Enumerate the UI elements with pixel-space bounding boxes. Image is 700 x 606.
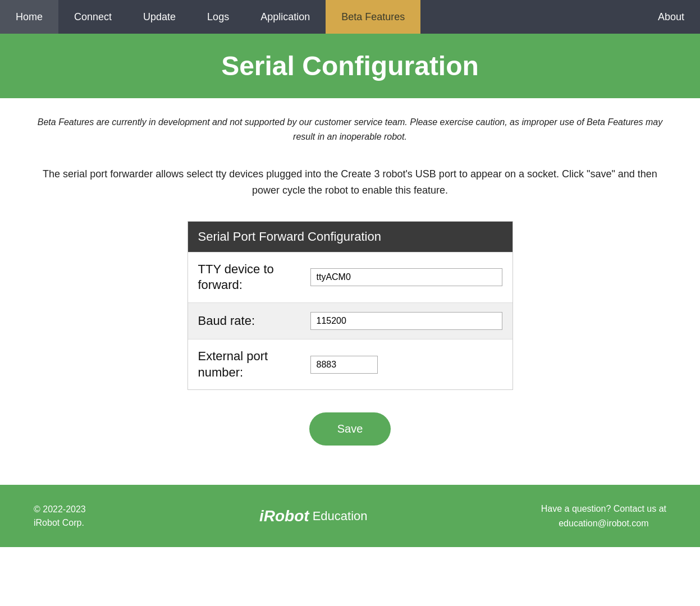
beta-warning-text: Beta Features are currently in developme… [36,115,665,144]
nav-connect[interactable]: Connect [58,0,127,34]
config-label-baud: Baud rate: [198,313,310,329]
config-label-port: External port number: [198,348,310,380]
config-table: Serial Port Forward Configuration TTY de… [187,221,513,390]
main-content: Beta Features are currently in developme… [13,98,687,485]
config-row-port: External port number: [188,339,513,389]
tty-device-input[interactable] [310,268,502,286]
nav-about[interactable]: About [642,0,700,34]
nav-beta-features[interactable]: Beta Features [326,0,420,34]
config-row-baud: Baud rate: [188,302,513,339]
navbar: Home Connect Update Logs Application Bet… [0,0,700,34]
save-wrapper: Save [36,412,665,446]
description-text: The serial port forwarder allows select … [36,166,665,199]
footer-brand-plain: Education [313,509,368,524]
nav-spacer [420,0,642,34]
nav-logs[interactable]: Logs [191,0,245,34]
config-table-header: Serial Port Forward Configuration [188,222,513,252]
footer-brand: iRobot Education [259,507,368,525]
save-button[interactable]: Save [309,412,391,446]
footer: © 2022-2023iRobot Corp. iRobot Education… [0,485,700,547]
nav-application[interactable]: Application [245,0,326,34]
nav-home[interactable]: Home [0,0,58,34]
hero-banner: Serial Configuration [0,34,700,98]
config-label-tty: TTY device to forward: [198,261,310,293]
nav-update[interactable]: Update [127,0,191,34]
page-title: Serial Configuration [11,50,689,81]
footer-copyright: © 2022-2023iRobot Corp. [34,503,86,530]
config-row-tty: TTY device to forward: [188,252,513,302]
irobot-logo-text: iRobot [259,507,309,525]
footer-contact: Have a question? Contact us ateducation@… [541,502,666,530]
ext-port-input[interactable] [310,356,378,374]
baud-rate-input[interactable] [310,312,502,330]
